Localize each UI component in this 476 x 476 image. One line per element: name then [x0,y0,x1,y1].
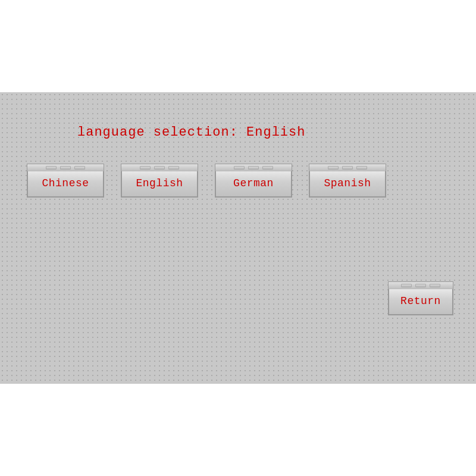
dot3 [430,284,440,287]
language-buttons-row: Chinese English German [27,164,386,198]
chinese-button-topbar [27,164,104,171]
english-button-topbar [121,164,198,171]
dot1 [140,166,151,170]
german-button-body: German [215,171,292,198]
return-button-topbar [388,281,453,289]
dot2 [248,166,259,170]
german-button-topbar [215,164,292,171]
dot1 [328,166,339,170]
german-button-label: German [233,177,274,189]
spanish-button-label: Spanish [324,177,371,189]
english-button-body: English [121,171,198,198]
language-selection-label: language selection: English [77,125,305,140]
dot1 [401,284,412,287]
dot1 [234,166,245,170]
return-button-label: Return [400,295,441,307]
dot2 [415,284,426,287]
dot3 [356,166,367,170]
spanish-button-body: Spanish [309,171,386,198]
return-section: Return [388,281,453,315]
dot1 [46,166,57,170]
german-button[interactable]: German [215,164,292,198]
english-button-label: English [136,177,183,189]
bottom-white-space [0,384,476,476]
spanish-button[interactable]: Spanish [309,164,386,198]
spanish-button-topbar [309,164,386,171]
dot3 [262,166,273,170]
top-white-space [0,0,476,92]
dot3 [168,166,179,170]
dot2 [154,166,165,170]
dot2 [60,166,71,170]
english-button[interactable]: English [121,164,198,198]
dot2 [342,166,353,170]
chinese-button[interactable]: Chinese [27,164,104,198]
dot3 [74,166,85,170]
return-button[interactable]: Return [388,281,453,315]
return-button-body: Return [388,289,453,315]
main-panel: language selection: English Chinese Engl… [0,92,476,384]
chinese-button-body: Chinese [27,171,104,198]
chinese-button-label: Chinese [42,177,89,189]
